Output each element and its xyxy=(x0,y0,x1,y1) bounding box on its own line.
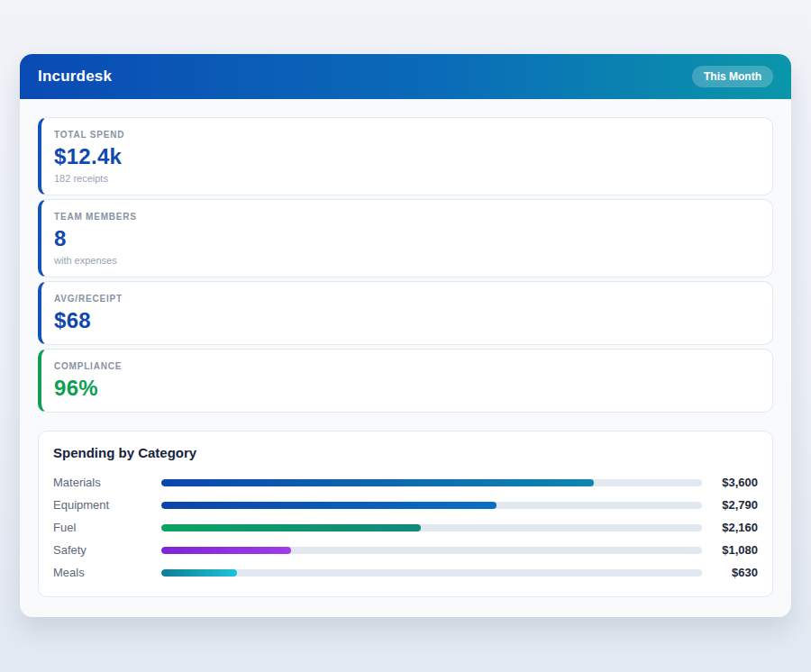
stat-label: COMPLIANCE xyxy=(54,361,758,371)
stat-label: AVG/RECEIPT xyxy=(54,294,758,304)
chart-row-materials: Materials $3,600 xyxy=(53,471,758,494)
bar-track xyxy=(161,547,702,554)
category-label: Materials xyxy=(53,476,161,489)
bar-track xyxy=(161,479,702,486)
category-value: $2,790 xyxy=(702,498,758,512)
stat-subtext: with expenses xyxy=(54,255,758,266)
category-value: $630 xyxy=(702,566,758,579)
bar-fill-meals xyxy=(161,569,237,577)
category-label: Meals xyxy=(53,566,161,579)
chart-title: Spending by Category xyxy=(53,445,758,460)
chart-row-equipment: Equipment $2,790 xyxy=(53,494,758,516)
bar-fill-materials xyxy=(161,479,594,486)
stat-label: TOTAL SPEND xyxy=(54,130,758,140)
chart-row-fuel: Fuel $2,160 xyxy=(53,516,758,539)
bar-track xyxy=(161,502,702,509)
bar-fill-fuel xyxy=(161,524,421,531)
bar-fill-safety xyxy=(161,547,291,554)
period-badge[interactable]: This Month xyxy=(692,66,773,87)
panel-body: TOTAL SPEND $12.4k 182 receipts TEAM MEM… xyxy=(20,99,791,617)
stat-card-total-spend: TOTAL SPEND $12.4k 182 receipts xyxy=(38,117,773,195)
chart-row-meals: Meals $630 xyxy=(53,561,758,584)
spending-by-category-card: Spending by Category Materials $3,600 Eq… xyxy=(38,431,773,597)
app-title: Incurdesk xyxy=(38,68,112,86)
stat-value: 96% xyxy=(54,376,758,401)
stat-label: TEAM MEMBERS xyxy=(54,212,758,222)
bar-track xyxy=(161,524,702,531)
category-label: Safety xyxy=(53,543,161,557)
stat-card-avg-receipt: AVG/RECEIPT $68 xyxy=(38,281,773,345)
bar-track xyxy=(161,569,702,577)
stat-value: $12.4k xyxy=(54,144,758,169)
stat-value: $68 xyxy=(54,308,758,333)
stat-value: 8 xyxy=(54,226,758,251)
category-value: $1,080 xyxy=(702,543,758,557)
bar-fill-equipment xyxy=(161,502,497,509)
category-label: Equipment xyxy=(53,498,161,512)
category-value: $3,600 xyxy=(702,476,758,489)
stat-subtext: 182 receipts xyxy=(54,173,758,184)
stat-card-team-members: TEAM MEMBERS 8 with expenses xyxy=(38,199,773,277)
chart-row-safety: Safety $1,080 xyxy=(53,539,758,561)
dashboard-panel: Incurdesk This Month TOTAL SPEND $12.4k … xyxy=(20,54,791,617)
app-header: Incurdesk This Month xyxy=(20,54,791,99)
category-label: Fuel xyxy=(53,521,161,534)
category-value: $2,160 xyxy=(702,521,758,534)
stat-card-compliance: COMPLIANCE 96% xyxy=(38,349,773,413)
